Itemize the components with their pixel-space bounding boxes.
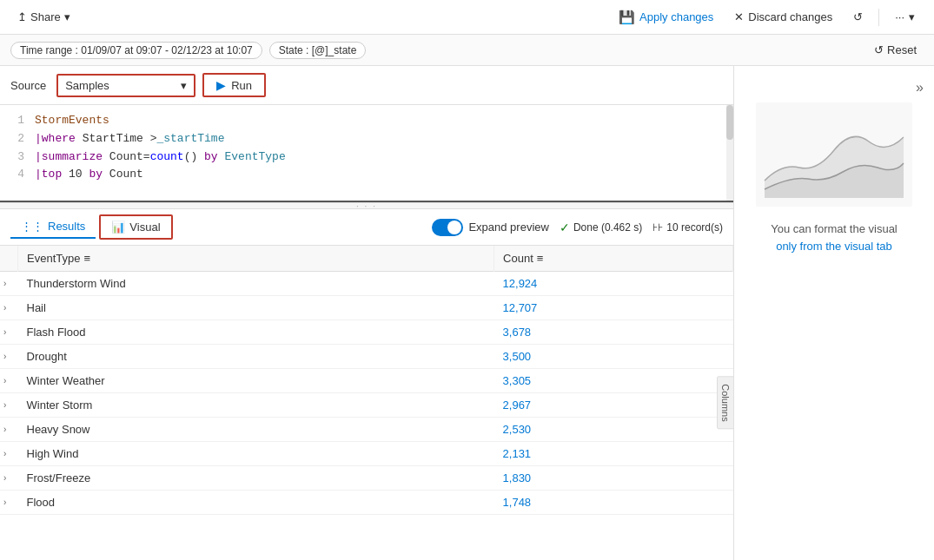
event-type-cell: High Wind (18, 442, 494, 466)
source-label: Source (10, 79, 46, 92)
line-num-2: 2 (7, 130, 24, 148)
x-icon: ✕ (734, 10, 744, 23)
count-cell: 1,748 (494, 491, 733, 515)
source-dropdown[interactable]: Samples ▾ (56, 74, 195, 97)
data-table-wrap[interactable]: EventType ≡ Count ≡ (0, 246, 733, 560)
table-row: ›Flood1,748 (0, 491, 733, 515)
results-area: ⋮⋮ Results 📊 Visual Expand preview (0, 209, 733, 560)
count-cell: 3,678 (494, 320, 733, 345)
event-type-cell: Winter Storm (18, 393, 494, 418)
expand-col-header (0, 246, 18, 272)
count-cell: 2,967 (494, 393, 733, 418)
reset-label: Reset (887, 43, 917, 56)
left-panel: Source Samples ▾ ▶ Run 1 StormEvents (0, 66, 734, 560)
expand-right-button[interactable]: » (916, 80, 924, 96)
code-entity: StormEvents (35, 112, 109, 130)
row-expand-btn[interactable]: › (0, 369, 18, 393)
table-row: ›Winter Weather3,305 (0, 369, 733, 393)
share-label: Share (30, 10, 61, 23)
code-line-2: 2 | where StartTime > _startTime (0, 130, 733, 148)
format-hint-part1: You can format the visual (771, 222, 898, 235)
expand-right-icon: » (916, 80, 924, 95)
table-row: ›Frost/Freeze1,830 (0, 466, 733, 491)
count-cell: 12,707 (494, 296, 733, 320)
results-status: Expand preview ✓ Done (0.462 s) ⊦⊦ 10 re… (432, 219, 723, 236)
code-line-3: 3 | summarize Count= count () by EventTy… (0, 148, 733, 167)
run-button[interactable]: ▶ Run (202, 73, 266, 97)
table-row: ›High Wind2,131 (0, 442, 733, 466)
results-table: EventType ≡ Count ≡ (0, 246, 733, 515)
tab-visual-label: Visual (129, 221, 160, 234)
records-badge: ⊦⊦ 10 record(s) (652, 221, 723, 234)
row-expand-btn[interactable]: › (0, 296, 18, 320)
line-num-4: 4 (7, 166, 24, 184)
row-expand-btn[interactable]: › (0, 418, 18, 442)
count-cell: 1,830 (494, 466, 733, 491)
refresh-button[interactable]: ↺ (845, 6, 871, 28)
play-icon: ▶ (216, 78, 226, 92)
event-type-cell: Heavy Snow (18, 418, 494, 442)
table-row: ›Thunderstorm Wind12,924 (0, 272, 733, 296)
line-num-3: 3 (7, 148, 24, 167)
row-expand-btn[interactable]: › (0, 320, 18, 345)
row-expand-btn[interactable]: › (0, 272, 18, 296)
code-editor[interactable]: 1 StormEvents 2 | where StartTime > _sta… (0, 105, 733, 201)
columns-side-tab[interactable]: Columns (717, 376, 733, 429)
row-expand-btn[interactable]: › (0, 491, 18, 515)
visual-icon: 📊 (111, 221, 125, 234)
editor-scrollbar[interactable] (726, 105, 733, 201)
expand-preview-toggle[interactable] (432, 219, 463, 236)
event-type-cell: Drought (18, 345, 494, 369)
reset-button[interactable]: ↺ Reset (867, 40, 924, 60)
records-icon: ⊦⊦ (652, 221, 663, 234)
toggle-thumb (447, 221, 461, 234)
share-button[interactable]: ↥ Share ▾ (10, 7, 77, 27)
records-label: 10 record(s) (666, 221, 723, 234)
resize-handle[interactable]: · · · (0, 202, 733, 209)
expand-preview-wrap: Expand preview (432, 219, 549, 236)
row-expand-btn[interactable]: › (0, 466, 18, 491)
top-toolbar: ↥ Share ▾ 💾 Apply changes ✕ Discard chan… (0, 0, 934, 35)
more-chevron: ▾ (909, 10, 915, 23)
apply-changes-button[interactable]: 💾 Apply changes (610, 5, 722, 30)
event-type-col-header[interactable]: EventType ≡ (18, 246, 494, 272)
event-type-cell: Frost/Freeze (18, 466, 494, 491)
discard-changes-label: Discard changes (748, 10, 832, 23)
tab-results[interactable]: ⋮⋮ Results (10, 215, 96, 239)
expand-preview-label: Expand preview (468, 221, 549, 234)
line-num-1: 1 (7, 112, 24, 130)
table-row: ›Heavy Snow2,530 (0, 418, 733, 442)
table-row: ›Hail12,707 (0, 296, 733, 320)
state-filter[interactable]: State : [@]_state (269, 42, 367, 59)
table-icon: ⋮⋮ (21, 220, 43, 233)
row-expand-btn[interactable]: › (0, 393, 18, 418)
count-cell: 12,924 (494, 272, 733, 296)
tab-visual[interactable]: 📊 Visual (99, 214, 172, 240)
discard-changes-button[interactable]: ✕ Discard changes (725, 6, 841, 28)
table-row: ›Flash Flood3,678 (0, 320, 733, 345)
share-chevron: ▾ (64, 10, 70, 23)
event-type-cell: Hail (18, 296, 494, 320)
row-expand-btn[interactable]: › (0, 442, 18, 466)
save-icon: 💾 (619, 10, 635, 25)
row-expand-btn[interactable]: › (0, 345, 18, 369)
more-icon: ··· (895, 10, 904, 23)
event-type-cell: Flood (18, 491, 494, 515)
state-label: State : [@]_state (279, 44, 357, 56)
query-area: Source Samples ▾ ▶ Run 1 StormEvents (0, 66, 733, 202)
count-col-label: Count (503, 252, 533, 265)
count-col-header[interactable]: Count ≡ (494, 246, 733, 272)
toolbar-actions: 💾 Apply changes ✕ Discard changes ↺ ··· … (610, 5, 924, 30)
time-range-filter[interactable]: Time range : 01/09/07 at 09:07 - 02/12/2… (10, 42, 262, 59)
format-hint: You can format the visual only from the … (771, 221, 898, 254)
results-tabs-bar: ⋮⋮ Results 📊 Visual Expand preview (0, 209, 733, 246)
count-sort-icon: ≡ (537, 252, 544, 265)
event-type-sort-icon: ≡ (83, 252, 90, 265)
run-label: Run (231, 79, 252, 92)
refresh-icon: ↺ (853, 10, 863, 23)
count-cell: 2,530 (494, 418, 733, 442)
code-line-4: 4 | top 10 by Count (0, 166, 733, 184)
more-options-button[interactable]: ··· ▾ (886, 6, 924, 28)
main-content: Source Samples ▾ ▶ Run 1 StormEvents (0, 66, 934, 560)
right-panel: » You can format the visual only from th… (734, 66, 934, 560)
